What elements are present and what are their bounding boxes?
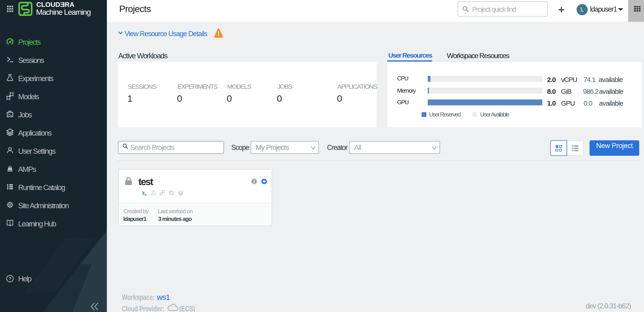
svg-text:?: ? bbox=[8, 276, 11, 281]
